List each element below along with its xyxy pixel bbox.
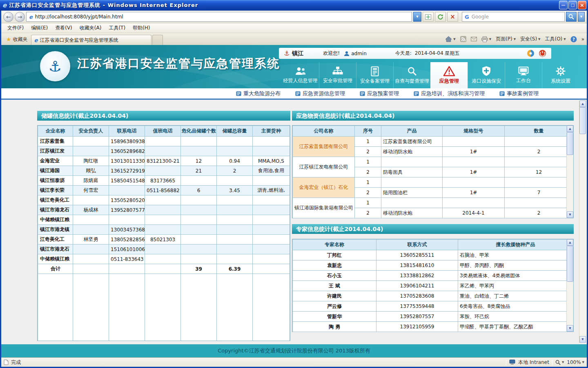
menubar-item-2[interactable]: 编辑(E) [27, 24, 51, 32]
nav-item-monitor[interactable]: 工作台 [505, 62, 542, 88]
app-header: ⚓ 江苏省港口安全监管与应急管理系统 ⚓ 镇江 欢迎您! admin 今天是: … [1, 45, 587, 88]
nav-item-label: 系统设置 [551, 78, 570, 85]
print-button[interactable]: ▼ [481, 36, 491, 42]
subnav-item-3[interactable]: 应急预案管理 [360, 90, 399, 97]
tank-panel: 企业名称安全负责人联系电话值班电话危化品储罐个数储罐总容量主要货种 江苏索普集1… [37, 125, 290, 341]
subnav-item-5[interactable]: 事故案例管理 [499, 90, 539, 97]
menubar-item-6[interactable]: 帮助(H) [129, 24, 154, 32]
menubar-item-4[interactable]: 收藏夹(A) [76, 24, 105, 32]
expert-row: 陶 勇13912105959甲缩醛、甲基异丁基酮、乙酸乙酯 [293, 322, 573, 332]
maximize-button[interactable]: □ [568, 1, 577, 9]
expert-row: 石小玉133388128623类易燃液体、4类易燃固体 [293, 271, 573, 281]
scroll-up-button[interactable]: ▲ [579, 101, 586, 107]
document-icon [370, 66, 380, 76]
nav-item-gear[interactable]: 系统设置 [542, 62, 579, 88]
subnav-item-label: 应急资源信息管理 [303, 90, 345, 97]
toolbar-overflow-button[interactable]: » [581, 36, 584, 42]
search-dropdown-button[interactable]: ▼ [578, 12, 585, 22]
supplies-row: 镇江港国际集装箱有限公司1 [293, 198, 573, 208]
company-cell: 江苏索普集团有限公司 [293, 137, 355, 157]
logout-button[interactable] [539, 49, 546, 57]
search-button[interactable] [566, 12, 577, 22]
scroll-down-button[interactable]: ▼ [567, 211, 573, 218]
chevron-down-icon: ▼ [538, 38, 540, 41]
star-icon: ★ [6, 36, 11, 42]
favorites-bar: ★ 收藏夹 e 江苏省港口安全监管与应急管理系统 ▼ ▼ 页面(P) [1, 33, 587, 45]
back-button[interactable]: ← [3, 12, 13, 22]
nav-item-label: 安全备案管理 [360, 78, 390, 85]
scroll-up-button[interactable]: ▲ [567, 239, 573, 246]
tank-row: 江苏索普集15896380938 [38, 137, 290, 146]
subnav-item-4[interactable]: 应急培训、演练和演习管理 [414, 90, 485, 97]
address-toolbar: ← → e http://localhost:8080/yjpt/Main.ht… [1, 11, 587, 23]
browser-tab[interactable]: e 江苏省港口安全监管与应急管理系统 [31, 35, 151, 45]
address-input[interactable]: e http://localhost:8080/yjpt/Main.html [26, 12, 412, 22]
theme-switch-button[interactable] [527, 49, 535, 57]
maximize-icon: □ [571, 3, 575, 7]
nav-item-label: 应急管理 [439, 78, 459, 85]
nav-item-warning-triangle[interactable]: 应急管理 [430, 62, 468, 88]
stop-button[interactable]: × [447, 12, 458, 22]
date-label: 今天是: [395, 50, 412, 57]
nav-item-org-chart[interactable]: 安全审批管理 [319, 62, 356, 88]
supplies-header-row: 公司名称序号产品规格型号数量 [293, 126, 573, 137]
tab-favicon: e [34, 37, 38, 43]
zoom-tool-button[interactable]: ▼ [555, 360, 564, 365]
column-header: 序号 [355, 126, 381, 137]
welcome-text: 欢迎您! [323, 50, 340, 57]
shield-icon [481, 66, 491, 76]
compatibility-icon [425, 14, 431, 20]
feeds-button[interactable] [460, 36, 466, 42]
nav-item-document[interactable]: 安全备案管理 [356, 62, 393, 88]
menubar-item-1[interactable]: 文件(F) [4, 24, 27, 32]
subnav-item-2[interactable]: 应急资源信息管理 [295, 90, 345, 97]
forward-button[interactable]: → [15, 12, 25, 22]
subnav-item-label: 事故案例管理 [507, 90, 539, 97]
scroll-down-button[interactable]: ▼ [567, 325, 573, 332]
home-button[interactable]: ▼ [445, 36, 455, 42]
scroll-thumb[interactable] [579, 107, 586, 134]
experts-panel-title: 专家信息统计(截止2014.04.04) [292, 224, 574, 234]
column-header: 专家名称 [293, 240, 376, 250]
scroll-thumb[interactable] [567, 246, 573, 282]
list-icon [295, 91, 301, 96]
nav-item-users[interactable]: 经营人信息管理 [282, 62, 319, 88]
address-dropdown-button[interactable]: ▼ [413, 12, 421, 22]
window-controls: — □ × [559, 1, 586, 9]
tank-row: 中储粮镇江粮0511-833643 [38, 254, 290, 264]
nav-item-shield[interactable]: 港口设施保安 [468, 62, 505, 88]
tank-row: 镇江李长荣何雪宏0511-85688263.45沥青,燃料油, [38, 186, 290, 195]
search-icon [568, 14, 574, 20]
close-button[interactable]: × [578, 1, 586, 9]
company-cell: 江苏镇江发电有限公司 [293, 157, 355, 177]
monitor-icon [518, 66, 529, 76]
scroll-down-button[interactable]: ▼ [579, 336, 586, 343]
scroll-up-button[interactable]: ▲ [567, 126, 573, 132]
page-scrollbar: ▲ ▼ [579, 101, 586, 343]
page-menu-button[interactable]: 页面(P) ▼ [496, 36, 516, 43]
tools-menu-button[interactable]: 工具(O) ▼ [545, 36, 566, 43]
minimize-button[interactable]: — [559, 1, 568, 9]
menubar-item-3[interactable]: 查看(V) [51, 24, 76, 32]
zoom-level-button[interactable]: 100% ▼ [567, 359, 584, 365]
svg-text:?: ? [572, 37, 575, 41]
safety-menu-button[interactable]: 安全(S) ▼ [520, 36, 540, 43]
rss-icon [460, 36, 466, 42]
menubar-item-5[interactable]: 工具(T) [105, 24, 129, 32]
expert-row: 管新华13952807557苯胺、环己烷 [293, 312, 573, 322]
column-header: 擅长救援物种产品 [458, 240, 573, 250]
column-header: 储罐总容量 [217, 126, 253, 137]
gear-icon [555, 66, 566, 76]
search-icon [407, 66, 417, 76]
new-tab-button[interactable] [152, 35, 163, 45]
nav-item-label: 自查与督查管理 [395, 78, 429, 85]
help-button[interactable]: ? [570, 36, 577, 43]
compatibility-view-button[interactable] [423, 12, 434, 22]
search-input[interactable]: G Google [462, 12, 565, 22]
subnav-item-1[interactable]: 重大危险源分布 [236, 90, 281, 97]
read-mail-button[interactable] [471, 37, 477, 41]
refresh-button[interactable] [435, 12, 446, 22]
scroll-thumb[interactable] [567, 132, 573, 155]
nav-item-search[interactable]: 自查与督查管理 [393, 62, 430, 88]
favorites-button[interactable]: ★ 收藏夹 [3, 34, 31, 44]
